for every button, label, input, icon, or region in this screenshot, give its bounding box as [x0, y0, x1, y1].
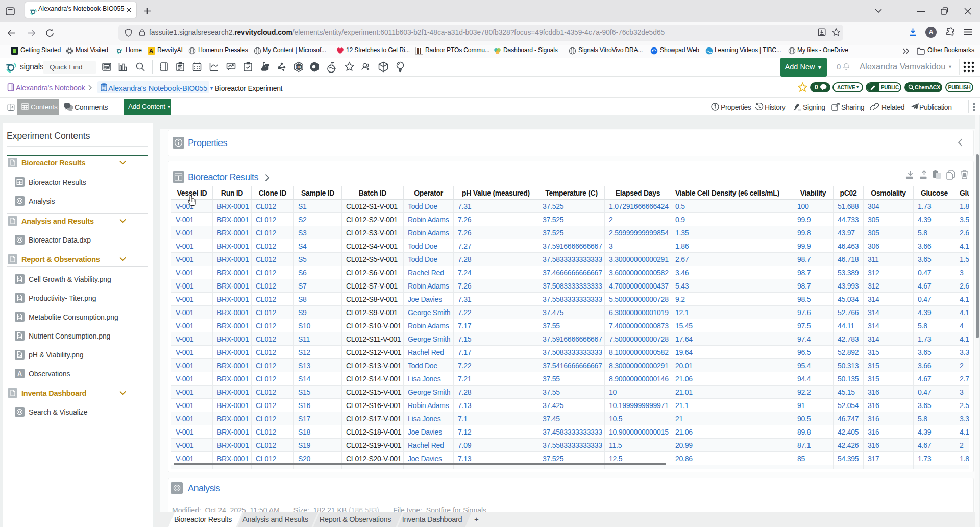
svg-text:A: A	[17, 370, 22, 377]
svg-text:CD: CD	[296, 65, 301, 69]
